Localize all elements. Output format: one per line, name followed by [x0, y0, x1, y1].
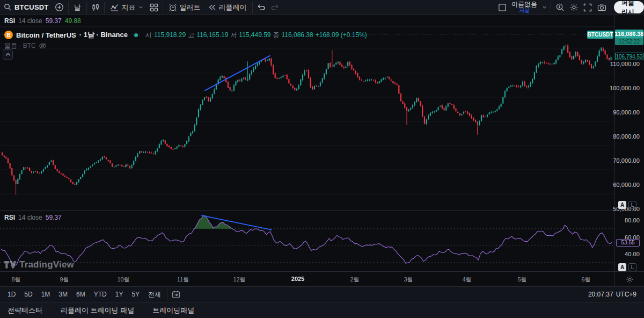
pane-collapse-button[interactable]	[3, 49, 13, 60]
price-tick: 110,000.00	[610, 61, 640, 67]
quick-search-button[interactable]	[553, 1, 567, 14]
high-value: 116,165.19	[196, 31, 228, 39]
layout-name-button[interactable]: 이름없음 저장	[509, 2, 539, 13]
bottom-tab-2[interactable]: 트레이딩패널	[152, 306, 194, 315]
time-axis-label: 8월	[11, 276, 20, 284]
chart-area[interactable]: RSI 14 close 59.37 49.88 B Bitcoin / Tet…	[0, 15, 644, 271]
range-button-5Y[interactable]: 5Y	[127, 289, 144, 300]
quick-search-icon	[555, 3, 565, 12]
range-button-5D[interactable]: 5D	[20, 289, 36, 300]
settings-button[interactable]	[567, 1, 581, 14]
time-axis[interactable]: 8월9월10월11월12월20252월3월4월5월6월	[0, 271, 644, 286]
calendar-icon	[172, 290, 180, 299]
bottom-tab-0[interactable]: 전략테스터	[8, 306, 42, 315]
layout-menu-button[interactable]	[539, 1, 549, 14]
replay-button[interactable]: 리플레이	[204, 1, 251, 14]
log-scale-button[interactable]: L	[628, 201, 636, 209]
clock-timezone: UTC+9	[616, 291, 636, 298]
undo-button[interactable]	[254, 1, 268, 14]
price-tick: 60,000.00	[613, 182, 640, 188]
toolbar-divider	[167, 288, 167, 300]
snapshot-button[interactable]	[595, 1, 609, 14]
publish-button[interactable]: 퍼블리시	[614, 1, 644, 13]
last-price-badge: 116,086.38 12:52:22	[615, 30, 643, 45]
gear-icon[interactable]	[626, 276, 634, 284]
add-symbol-button[interactable]	[53, 1, 67, 14]
redo-button[interactable]	[268, 1, 282, 14]
clock[interactable]: 20:07:37 UTC+9	[588, 291, 641, 298]
fullscreen-icon	[583, 3, 592, 12]
bar-countdown: 12:52:22	[615, 38, 643, 45]
date-range-buttons: 1D5D1M3M6MYTD1Y5Y전체	[3, 288, 165, 301]
rsi-title: RSI	[4, 214, 15, 221]
close-label: 종	[273, 31, 280, 40]
layout-name: 이름없음	[511, 2, 537, 8]
camera-icon	[597, 3, 606, 11]
range-button-YTD[interactable]: YTD	[90, 289, 111, 300]
open-value: 115,918.29	[154, 31, 186, 39]
watermark-text: TradingView	[19, 259, 74, 270]
time-axis-label: 4월	[462, 276, 471, 284]
range-button-1M[interactable]: 1M	[37, 289, 55, 300]
replay-label: 리플레이	[219, 3, 247, 12]
time-axis-label: 2월	[350, 276, 359, 284]
rsi-params: 14 close	[18, 214, 42, 221]
range-button-1D[interactable]: 1D	[3, 289, 20, 300]
collapsed-rsi-legend[interactable]: RSI 14 close 59.37 49.88	[4, 17, 81, 25]
fullscreen-button[interactable]	[581, 1, 595, 14]
toolbar-right-cluster: 이름없음 저장 퍼블리시	[495, 1, 644, 14]
time-axis-label: 11월	[177, 276, 189, 284]
symbol-search-button[interactable]: BTCUSDT	[0, 1, 53, 14]
ohlc-values: 시115,918.29 고116,165.19 저115,449.59 종116…	[145, 31, 367, 40]
toolbar-divider	[104, 2, 105, 13]
rsi-auto-scale-button[interactable]: A	[618, 263, 626, 271]
range-button-3M[interactable]: 3M	[54, 289, 72, 300]
eye-off-icon[interactable]	[39, 42, 47, 49]
indicators-button[interactable]: 지표	[106, 1, 147, 14]
publish-label: 퍼블리시	[621, 1, 636, 13]
market-status-dot	[134, 33, 138, 37]
price-tick: 80,000.00	[613, 133, 640, 140]
range-button-6M[interactable]: 6M	[72, 289, 90, 300]
axis-settings-corner	[614, 272, 644, 287]
undo-icon	[257, 3, 266, 11]
chart-type-button[interactable]	[89, 1, 103, 14]
open-label: 시	[145, 31, 152, 40]
chevron-down-icon	[542, 5, 547, 10]
toolbar-divider	[86, 2, 87, 13]
range-button-전체[interactable]: 전체	[144, 288, 165, 301]
rsi-tick: 40.00	[625, 251, 640, 257]
toolbar-divider	[252, 2, 253, 13]
alert-price-badge[interactable]: 106,794.53	[615, 53, 643, 60]
rsi-legend[interactable]: RSI 14 close 59.37	[4, 214, 62, 221]
chevron-up-icon	[5, 53, 11, 56]
tradingview-app: BTCUSDT 날 지표 알러트 리플레이	[0, 0, 644, 318]
rsi-log-scale-button[interactable]: L	[628, 263, 636, 271]
change-value: +168.09 (+0.15%)	[316, 31, 367, 39]
redo-icon	[270, 3, 280, 11]
bottom-tab-1[interactable]: 리플레이 트레이딩 패널	[61, 306, 134, 315]
last-price-value: 116,086.38	[615, 30, 643, 38]
toolbar-divider	[163, 2, 163, 13]
interval-button[interactable]: 날	[70, 1, 85, 14]
close-value: 116,086.38	[282, 31, 313, 39]
symbol-meta: · 1날 · Binance	[79, 30, 128, 40]
main-legend[interactable]: B Bitcoin / TetherUS · 1날 · Binance 시115…	[4, 30, 367, 40]
price-tick: 100,000.00	[610, 85, 640, 91]
alarm-clock-plus-icon	[169, 3, 177, 12]
range-button-1Y[interactable]: 1Y	[111, 289, 128, 300]
rsi-value-badge: 53.55	[616, 239, 640, 247]
time-axis-label: 6월	[581, 276, 590, 284]
symbol-title: Bitcoin / TetherUS	[16, 31, 76, 39]
go-to-date-button[interactable]	[169, 288, 183, 301]
time-axis-label: 2025	[291, 276, 304, 282]
alert-button[interactable]: 알러트	[165, 1, 204, 14]
layout-grid-button[interactable]	[147, 1, 161, 14]
indicator-value-2: 49.88	[65, 17, 81, 25]
indicator-title: RSI	[4, 17, 15, 25]
price-chart[interactable]	[0, 15, 614, 271]
indicators-icon	[110, 3, 119, 12]
auto-scale-button[interactable]: A	[618, 201, 626, 209]
layout-select-button[interactable]	[495, 1, 509, 14]
alert-label: 알러트	[180, 3, 201, 12]
